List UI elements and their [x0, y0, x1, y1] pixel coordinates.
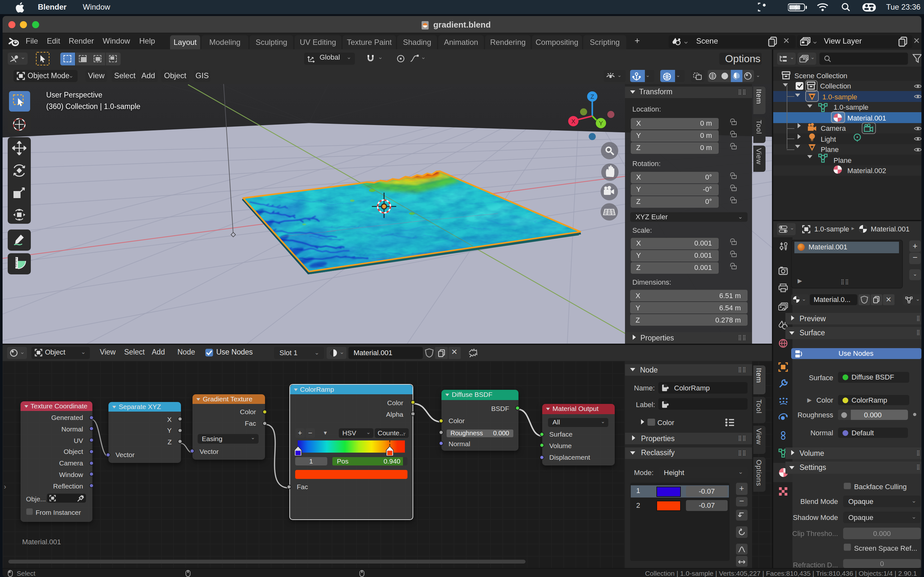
svg-text:X: X — [572, 118, 575, 124]
svg-text:Z: Z — [590, 93, 594, 100]
svg-text:Y: Y — [599, 119, 603, 126]
